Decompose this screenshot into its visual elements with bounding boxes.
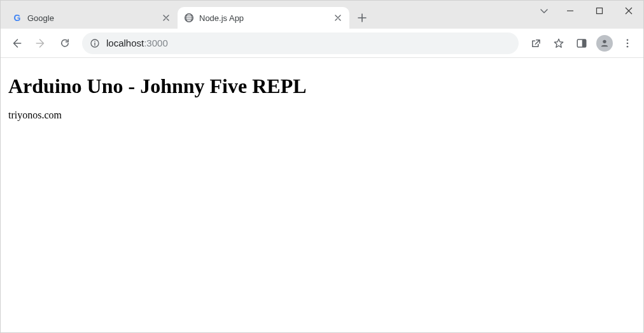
svg-point-3 — [94, 41, 95, 42]
site-info-icon[interactable] — [90, 38, 100, 48]
side-panel-icon[interactable] — [571, 32, 592, 54]
window-maximize-button[interactable] — [585, 1, 614, 21]
page-heading: Arduino Uno - Johnny Five REPL — [8, 74, 636, 98]
svg-point-7 — [627, 39, 629, 41]
menu-button[interactable] — [617, 32, 638, 54]
tab-nodejs-app[interactable]: Node.js App — [178, 7, 349, 29]
google-favicon-icon: G — [12, 13, 22, 23]
url-text: localhost:3000 — [106, 38, 511, 48]
window-titlebar: G Google Node.js App — [1, 1, 643, 29]
share-icon[interactable] — [525, 32, 547, 54]
tab-title: Google — [27, 13, 156, 23]
svg-point-6 — [603, 39, 606, 43]
toolbar-right-icons — [525, 32, 638, 54]
svg-rect-5 — [582, 39, 586, 47]
reload-button[interactable] — [54, 32, 76, 54]
chevron-down-icon[interactable] — [533, 1, 556, 21]
page-body: triyonos.com — [8, 110, 636, 121]
window-close-button[interactable] — [614, 1, 643, 21]
globe-icon — [184, 13, 194, 23]
forward-button[interactable] — [30, 32, 52, 54]
close-icon[interactable] — [333, 13, 343, 23]
page-content: Arduino Uno - Johnny Five REPL triyonos.… — [1, 58, 643, 127]
svg-point-8 — [627, 42, 629, 44]
window-minimize-button[interactable] — [556, 1, 585, 21]
svg-point-9 — [627, 45, 629, 47]
avatar-icon — [596, 35, 613, 52]
url-host: localhost — [106, 38, 144, 48]
tab-google[interactable]: G Google — [6, 7, 178, 29]
address-bar[interactable]: localhost:3000 — [82, 32, 519, 54]
url-port: :3000 — [144, 38, 168, 48]
tab-title: Node.js App — [199, 13, 328, 23]
close-icon[interactable] — [161, 13, 171, 23]
back-button[interactable] — [6, 32, 27, 54]
new-tab-button[interactable] — [353, 9, 371, 27]
window-controls — [533, 1, 643, 24]
browser-toolbar: localhost:3000 — [1, 29, 643, 58]
bookmark-icon[interactable] — [548, 32, 570, 54]
tab-strip: G Google Node.js App — [1, 1, 533, 29]
profile-avatar[interactable] — [594, 32, 615, 54]
svg-rect-1 — [597, 8, 603, 14]
